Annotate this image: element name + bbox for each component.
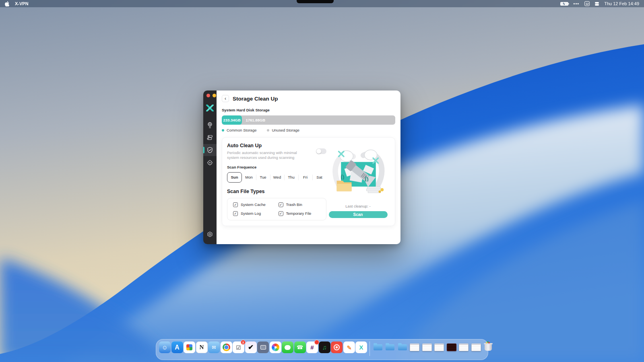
checkbox-icon[interactable]: ✓ bbox=[233, 211, 238, 216]
sidebar-item-globe[interactable] bbox=[203, 119, 217, 131]
dock-photos-icon[interactable] bbox=[270, 341, 281, 353]
sidebar-item-location[interactable] bbox=[203, 156, 217, 169]
folder-3-shape bbox=[398, 344, 407, 350]
finder-glyph: ☺ bbox=[162, 344, 168, 350]
window-manager-shape bbox=[260, 345, 266, 350]
filetype-system-log[interactable]: ✓System Log bbox=[233, 211, 279, 216]
sidebar-item-security-active[interactable] bbox=[203, 144, 217, 156]
whatsapp-glyph: ☎ bbox=[297, 345, 303, 350]
scan-file-types-box: ✓System Cache✓Trash Bin✓System Log✓Tempo… bbox=[227, 198, 326, 220]
xvpn-logo bbox=[206, 105, 214, 113]
battery-icon[interactable]: ϟ bbox=[560, 0, 568, 7]
dock-x-vpn-icon[interactable]: X bbox=[355, 341, 367, 353]
app-store-glyph: A bbox=[175, 344, 180, 351]
window-thumb-5-shape bbox=[471, 343, 481, 351]
dock-color-pencils-icon[interactable]: ✎ bbox=[343, 341, 355, 353]
menubar-clock[interactable]: Thu 12 Feb 14:49 bbox=[604, 1, 639, 6]
dock-folder-3-icon[interactable] bbox=[396, 341, 408, 353]
dock: ☺AN✉☑3✔☎#♫✎X bbox=[156, 339, 488, 360]
dock-window-thumb-5-icon[interactable] bbox=[470, 341, 482, 353]
day-button-fri[interactable]: Fri bbox=[298, 172, 312, 183]
sidebar-item-devices[interactable] bbox=[203, 132, 217, 144]
dock-calendar-app-icon[interactable] bbox=[184, 341, 195, 353]
dock-chrome-icon[interactable] bbox=[221, 341, 232, 353]
xvpn-window: ‹ Storage Clean Up System Hard Disk Stor… bbox=[203, 90, 400, 244]
traffic-lights bbox=[203, 94, 217, 97]
dock-things-icon[interactable]: ✔ bbox=[245, 341, 257, 353]
storage-bar-used: 233.34GB bbox=[222, 115, 242, 125]
apple-menu-icon[interactable] bbox=[5, 1, 9, 6]
filetype-label: System Log bbox=[241, 211, 261, 216]
dock-spotify-icon[interactable]: ♫ bbox=[319, 341, 330, 353]
terminal-thumb-shape bbox=[447, 343, 456, 351]
checkbox-icon[interactable]: ✓ bbox=[233, 202, 238, 207]
things-glyph: ✔ bbox=[248, 344, 254, 351]
dock-pocket-casts-icon[interactable] bbox=[331, 341, 343, 353]
calendar-icon[interactable]: 12 bbox=[584, 0, 590, 7]
sidebar-item-settings[interactable] bbox=[203, 228, 217, 240]
day-button-mon[interactable]: Mon bbox=[242, 172, 256, 183]
window-sidebar bbox=[203, 90, 217, 244]
auto-clean-card: Auto Clean Up Periodic automatic scannin… bbox=[222, 137, 395, 226]
scan-frequence-label: Scan Frequence bbox=[227, 165, 326, 169]
stack-icon[interactable] bbox=[595, 0, 599, 7]
camera-notch bbox=[297, 0, 334, 3]
unused-storage-dot bbox=[267, 129, 269, 132]
dock-terminal-thumb-icon[interactable] bbox=[446, 341, 457, 353]
dock-todo-app-icon[interactable]: ☑3 bbox=[233, 341, 244, 353]
dock-slack-icon[interactable]: # bbox=[306, 341, 318, 353]
filetype-system-cache[interactable]: ✓System Cache bbox=[233, 202, 279, 207]
slack-glyph: # bbox=[310, 344, 314, 350]
dock-app-store-icon[interactable]: A bbox=[171, 341, 183, 353]
dock-mail-icon[interactable]: ✉ bbox=[208, 341, 220, 353]
day-button-sun[interactable]: Sun bbox=[227, 172, 242, 183]
dock-folder-2-icon[interactable] bbox=[384, 341, 396, 353]
mail-glyph: ✉ bbox=[212, 345, 216, 350]
dock-whatsapp-icon[interactable]: ☎ bbox=[294, 341, 306, 353]
last-cleanup-label: Last cleanup: - bbox=[345, 204, 370, 208]
legend-unused-storage: Unused Storage bbox=[267, 128, 299, 132]
ellipsis-icon[interactable]: ••• bbox=[574, 0, 580, 7]
scan-button[interactable]: Scan bbox=[329, 211, 388, 218]
menubar-app-name[interactable]: X-VPN bbox=[15, 1, 29, 6]
todo-app-glyph: ☑ bbox=[236, 345, 241, 350]
day-button-wed[interactable]: Wed bbox=[270, 172, 284, 183]
back-button[interactable]: ‹ bbox=[222, 95, 229, 102]
close-button[interactable] bbox=[206, 94, 210, 97]
page-title: Storage Clean Up bbox=[233, 96, 278, 102]
dock-finder-icon[interactable]: ☺ bbox=[159, 341, 171, 353]
folder-1-shape bbox=[374, 344, 382, 350]
dock-notion-icon[interactable]: N bbox=[196, 341, 208, 353]
day-button-thu[interactable]: Thu bbox=[284, 172, 298, 183]
dock-window-thumb-1-icon[interactable] bbox=[409, 341, 421, 353]
auto-clean-description: Periodic automatic scanning with minimal… bbox=[227, 150, 310, 160]
window-content: ‹ Storage Clean Up System Hard Disk Stor… bbox=[217, 90, 400, 244]
scan-file-types-title: Scan File Types bbox=[227, 189, 326, 194]
window-thumb-1-shape bbox=[410, 343, 419, 351]
day-button-tue[interactable]: Tue bbox=[256, 172, 270, 183]
filetype-trash-bin[interactable]: ✓Trash Bin bbox=[279, 202, 324, 207]
storage-bar-unused: 1761.88GB bbox=[242, 118, 265, 122]
x-vpn-glyph: X bbox=[359, 344, 363, 350]
dock-window-manager-icon[interactable] bbox=[257, 341, 269, 353]
calendar-app-shape bbox=[186, 344, 192, 350]
day-button-sat[interactable]: Sat bbox=[312, 172, 326, 183]
filetype-label: Trash Bin bbox=[286, 202, 302, 207]
auto-clean-toggle[interactable] bbox=[316, 148, 326, 154]
dock-window-thumb-3-icon[interactable] bbox=[433, 341, 445, 353]
storage-legend: Common Storage Unused Storage bbox=[222, 128, 395, 132]
filetype-temporary-file[interactable]: ✓Temporary File bbox=[279, 211, 324, 216]
auto-clean-title: Auto Clean Up bbox=[227, 143, 316, 148]
dock-window-thumb-2-icon[interactable] bbox=[421, 341, 433, 353]
messages-shape bbox=[285, 345, 291, 350]
dock-messages-icon[interactable] bbox=[282, 341, 293, 353]
notion-glyph: N bbox=[200, 344, 204, 350]
dock-folder-1-icon[interactable] bbox=[372, 341, 384, 353]
folder-2-shape bbox=[386, 344, 394, 350]
legend-common-storage: Common Storage bbox=[222, 128, 256, 132]
checkbox-icon[interactable]: ✓ bbox=[279, 202, 283, 207]
dock-window-thumb-4-icon[interactable] bbox=[458, 341, 470, 353]
checkbox-icon[interactable]: ✓ bbox=[279, 211, 283, 216]
dock-trash-icon[interactable] bbox=[483, 341, 494, 353]
minimize-button[interactable] bbox=[213, 94, 216, 97]
